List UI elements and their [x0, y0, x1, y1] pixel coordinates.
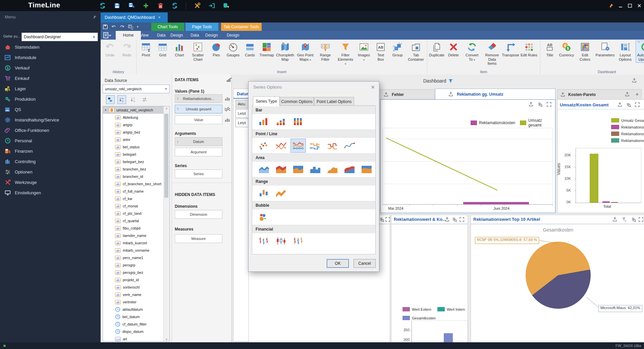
inspect-data-icon[interactable] — [631, 217, 636, 222]
collapse-ribbon-icon[interactable]: ⌃ — [637, 41, 641, 46]
series-type-spline-area[interactable] — [325, 162, 340, 177]
value-item-1[interactable]: ⠿Umsatz gesamt — [175, 105, 222, 113]
series-type-stock[interactable] — [256, 234, 272, 248]
ribbon-button-parameters[interactable]: Parameters — [595, 41, 615, 59]
value-item-0[interactable]: ⠿Reklamationskos... — [175, 94, 222, 103]
save-icon[interactable] — [103, 24, 108, 30]
argument-placeholder[interactable]: Argument — [175, 148, 222, 156]
sidebar-item-finanzen[interactable]: $ Finanzen — [0, 146, 101, 156]
barseries-icon[interactable] — [224, 115, 231, 123]
ribbon-button-filter-elements[interactable]: Filter Elements ▾ — [336, 41, 355, 67]
tree-field-artnr[interactable]: ab artnr — [103, 136, 169, 143]
series-type-stacked-area[interactable] — [273, 162, 289, 177]
tree-root[interactable]: ▼ umsatz_rekl_vergleich — [103, 106, 169, 114]
tab-fehler[interactable]: Fehler — [380, 89, 435, 100]
dialog-tab-common-options[interactable]: Common Options — [280, 97, 314, 106]
maximize-icon[interactable] — [638, 217, 644, 222]
ribbon-button-chart[interactable]: Chart — [171, 41, 187, 59]
tree-field-cf_full_name[interactable]: ab cf_full_name — [103, 188, 169, 195]
sidebar-item-personal[interactable]: Personal — [0, 136, 101, 146]
ribbon-button-undo[interactable]: Undo — [102, 41, 118, 59]
inspect-data-icon[interactable] — [626, 102, 631, 107]
export-icon[interactable] — [560, 92, 566, 97]
tree-scrollbar[interactable]: ▲ ▼ — [163, 106, 169, 341]
maximize-icon[interactable] — [459, 217, 465, 222]
exportdb-icon[interactable] — [223, 2, 229, 9]
ribbon-button-layout-options[interactable]: Layout Options — [615, 41, 635, 63]
tab-kosten-pareto[interactable]: Kosten-Pareto + — [557, 89, 642, 100]
dialog-tab-series-type[interactable]: Series Type — [253, 96, 280, 106]
file-menu-icon[interactable] — [103, 32, 111, 38]
series-type-step-line-with-markers[interactable] — [308, 139, 323, 153]
chart-panel-top10[interactable]: Reklamationswert Top 10 Artikel Gesamtko… — [471, 215, 644, 349]
tree-field-artgrp[interactable]: ab artgrp — [103, 121, 169, 129]
tree-field-dispo_datum[interactable]: dispo_datum — [103, 328, 169, 335]
sidebar-item-einkauf[interactable]: Einkauf — [0, 73, 101, 84]
ribbon-button-convert-to[interactable]: Convert To ▾ — [462, 41, 482, 63]
scroll-up-icon[interactable]: ▲ — [165, 107, 168, 109]
tree-field-mitarb_vorname[interactable]: ab mitarb_vorname — [103, 247, 169, 254]
series-type-full-stacked-area[interactable] — [290, 162, 306, 177]
series-type-range-area[interactable] — [273, 186, 289, 200]
sync-icon[interactable] — [171, 2, 178, 9]
close-icon[interactable] — [637, 3, 642, 8]
ok-button[interactable]: OK — [327, 259, 349, 268]
series-type-line-with-markers[interactable] — [290, 139, 306, 153]
tree-field-belegart_bez[interactable]: ab belegart_bez — [103, 158, 169, 165]
tree-field-sortierschl[interactable]: ab sortierschl — [103, 284, 169, 291]
tab-reklamation-gg-umsatz[interactable]: Reklamation gg. Umsatz — [435, 89, 555, 100]
series-type-high-low-close[interactable] — [290, 234, 306, 248]
inspect-data-icon[interactable] — [379, 217, 384, 222]
export-icon[interactable] — [448, 92, 453, 97]
refresh-icon[interactable] — [99, 2, 106, 9]
ribbon-button-remove-data-items[interactable]: Remove Data Items — [482, 41, 502, 67]
tree-field-artgrp_bez[interactable]: ab artgrp_bez — [103, 129, 169, 136]
ribbon-button-choropleth-map[interactable]: Choropleth Map — [275, 41, 295, 63]
tree-field-bel_datum[interactable]: bel_datum — [103, 313, 169, 320]
document-tab-dashboard[interactable]: Dashboard: QMDashboard × — [101, 12, 168, 22]
ribbon-button-delete[interactable]: Delete — [445, 41, 462, 59]
tree-field-Abteilung[interactable]: ab Abteilung — [103, 114, 169, 121]
ribbon-tab-design-1[interactable]: Design — [202, 31, 221, 40]
maximize-icon[interactable] — [635, 102, 640, 107]
redo-icon[interactable] — [119, 24, 125, 30]
add-icon[interactable] — [143, 2, 149, 9]
tree-field-persgrp[interactable]: ab persgrp — [103, 261, 169, 269]
tree-view-icon[interactable] — [106, 95, 115, 104]
series-type-bar[interactable] — [256, 115, 272, 129]
export-icon[interactable] — [383, 92, 389, 97]
ribbon-tab-data-1[interactable]: Data — [187, 31, 202, 40]
measure-placeholder[interactable]: Measure — [175, 234, 222, 243]
ribbon-button-grid[interactable]: Grid — [155, 41, 171, 59]
maximize-icon[interactable] — [385, 217, 390, 222]
tree-field-vertr_name[interactable]: ab vertr_name — [103, 291, 169, 298]
series-type-bubble[interactable] — [256, 210, 272, 224]
add-tab-icon[interactable]: + — [636, 91, 639, 97]
sidebar-item-produktion[interactable]: Produktion — [0, 94, 101, 104]
ribbon-button-redo[interactable]: Redo — [119, 41, 135, 59]
add-chart-icon[interactable] — [226, 77, 232, 83]
close-icon[interactable]: × — [158, 15, 160, 20]
tree-field-cf_plz_land[interactable]: ab cf_plz_land — [103, 210, 169, 217]
tree-field-projekt_id[interactable]: ab projekt_id — [103, 276, 169, 284]
series-type-spline[interactable] — [342, 139, 357, 153]
inspect-data-icon[interactable] — [452, 217, 457, 222]
ribbon-button-pies[interactable]: Pies — [208, 41, 224, 59]
sidebar-item-lager[interactable]: Lager — [0, 84, 101, 94]
sidebar-item-controlling[interactable]: Controlling — [0, 156, 101, 167]
refresh-icon[interactable] — [128, 24, 133, 30]
series-type-range-bar[interactable] — [256, 186, 272, 200]
series-type-stacked-spline-area[interactable] — [342, 162, 357, 177]
sidebar-item-qs[interactable]: QS — [0, 104, 101, 115]
ribbon-button-images[interactable]: Images ▾ — [356, 41, 372, 63]
save-icon[interactable] — [114, 2, 120, 9]
minimize-icon[interactable] — [618, 3, 623, 8]
swap-icon[interactable] — [140, 95, 149, 104]
ribbon-button-cards[interactable]: Cards — [242, 41, 258, 59]
chart-panel-umsatz-kosten[interactable]: Umsatz/Kosten Gesamt Umsatz Gesamt Rekla… — [557, 99, 644, 213]
scroll-down-icon[interactable]: ▼ — [165, 338, 168, 341]
filter-icon[interactable] — [448, 79, 453, 83]
ribbon-button-range-filter[interactable]: Range Filter — [316, 41, 335, 63]
sidebar-item-einstellungen[interactable]: Einstellungen — [0, 188, 101, 198]
tree-field-laender_name[interactable]: ab laender_name — [103, 232, 169, 239]
